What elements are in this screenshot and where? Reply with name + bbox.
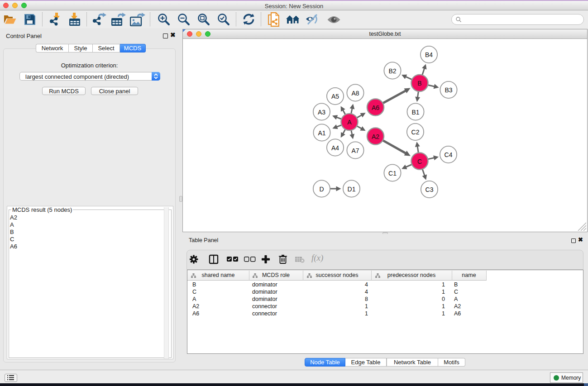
svg-text:C4: C4 <box>445 151 453 158</box>
svg-text:B4: B4 <box>425 51 433 58</box>
svg-text:A1: A1 <box>318 129 325 137</box>
svg-text:D: D <box>319 186 324 193</box>
svg-text:A2: A2 <box>372 133 379 140</box>
svg-text:A3: A3 <box>318 109 325 116</box>
svg-text:D1: D1 <box>348 186 356 193</box>
svg-text:A5: A5 <box>331 93 339 100</box>
svg-text:A7: A7 <box>351 147 359 154</box>
svg-text:C3: C3 <box>425 186 434 193</box>
svg-text:C2: C2 <box>411 129 420 136</box>
svg-text:A6: A6 <box>372 104 379 111</box>
svg-text:B2: B2 <box>388 67 396 75</box>
svg-text:C1: C1 <box>388 170 397 177</box>
svg-text:B1: B1 <box>411 109 419 116</box>
svg-text:B3: B3 <box>445 86 452 94</box>
svg-text:B: B <box>417 80 421 87</box>
svg-text:A4: A4 <box>331 144 339 152</box>
svg-text:A: A <box>347 119 352 126</box>
svg-text:A8: A8 <box>351 90 359 97</box>
svg-text:C: C <box>417 158 422 165</box>
